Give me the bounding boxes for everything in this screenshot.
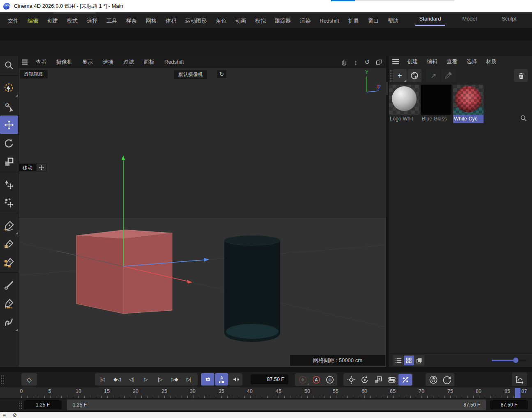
material-thumbnail[interactable] [453,85,484,115]
material-item[interactable]: Blue Glass [421,85,451,123]
transport-button[interactable]: ◆◁ [110,373,124,386]
delete-material-trash-icon[interactable] [514,69,528,82]
thumbnail-size-slider[interactable] [492,360,526,361]
menu-item[interactable]: 编辑 [23,14,43,28]
autokey-mode-icon[interactable]: A [215,373,228,386]
menu-item[interactable]: 模拟 [251,14,270,28]
brush-tool-icon[interactable] [0,276,18,294]
grid-view-icon[interactable] [404,356,414,365]
pan-hand-icon[interactable] [339,57,349,67]
assign-material-arrow-icon[interactable]: ↗ [426,69,440,82]
rotate-tool-icon[interactable] [0,134,18,152]
material-item[interactable]: White Cyc [453,85,484,123]
material-name[interactable]: Blue Glass [421,115,451,123]
maximize-view-icon[interactable] [374,57,384,67]
layout-tab[interactable]: Standard [410,12,450,26]
cursor-transform-icon[interactable] [0,175,18,194]
loop-playback-icon[interactable] [201,373,214,386]
move-tool-icon[interactable] [0,115,18,134]
orbit-icon[interactable]: ↺ [362,57,372,67]
transport-button[interactable]: ▷| [182,373,196,386]
multi-object-transform-icon[interactable] [0,194,18,212]
autokey-record-icon[interactable]: A [309,374,323,386]
search-commander-icon[interactable] [0,56,18,74]
sketch-freehand-icon[interactable] [0,313,18,331]
menu-item[interactable]: 体积 [161,14,181,28]
scale-tool-icon[interactable] [0,152,18,171]
range-start-field[interactable]: 1.25 F [24,400,62,409]
current-frame-field[interactable]: 87.50 F [251,374,288,384]
key-position-icon[interactable] [344,374,358,386]
range-slider[interactable]: 1.25 F 87.50 F [67,400,486,410]
key-rotation-icon[interactable] [358,374,371,386]
key-scale-icon[interactable] [371,374,385,386]
eyedropper-icon[interactable] [441,69,455,82]
rotation-sweep-icon[interactable] [440,374,454,386]
menu-item[interactable]: 帮助 [383,14,403,28]
viewport-menu-item[interactable]: 过滤 [118,56,139,68]
viewport-menu-item[interactable]: 摄像机 [51,56,77,68]
material-menu-item[interactable]: 查看 [442,56,462,67]
camera-label[interactable]: 默认摄像机 [174,70,207,79]
pen-line-tool-icon[interactable] [0,294,18,313]
viewport-menu-item[interactable]: 显示 [77,56,98,68]
material-thumbnail[interactable] [421,85,451,115]
viewport-hamburger-icon[interactable] [18,59,31,65]
timeline-ruler[interactable]: 0510152025303540455055606570758085 87 [0,387,532,399]
material-thumbnail[interactable] [389,85,419,115]
material-search-icon[interactable] [519,113,528,122]
viewport-menu-item[interactable]: 选项 [98,56,118,68]
viewport-menu-item[interactable]: 面板 [139,56,159,68]
mouse-input-icon[interactable] [426,374,440,386]
viewport-menu-item[interactable]: Redshift [159,56,189,68]
menu-item[interactable]: 样条 [122,14,141,28]
status-menu-icon[interactable]: ≡ [2,412,6,418]
layout-tab[interactable]: Model [450,12,489,26]
menu-item[interactable]: 模式 [62,14,82,28]
transport-button[interactable]: ◁| [124,373,138,386]
material-toolbar-drag-handle[interactable] [389,69,393,82]
record-keyframe-icon[interactable] [296,374,309,386]
view-type-label[interactable]: 透视视图 [20,70,48,79]
list-view-icon[interactable] [394,356,403,365]
material-menu-item[interactable]: 材质 [481,56,501,67]
menu-item[interactable]: 渲染 [295,14,315,28]
keyframe-diamond-button[interactable]: ◇ [21,373,37,386]
transport-button[interactable]: ▷◆ [167,373,182,386]
timeline-drag-handle[interactable] [1,374,4,385]
transport-button[interactable]: |▷ [153,373,167,386]
menu-item[interactable]: 角色 [211,14,231,28]
material-ball-icon[interactable] [408,69,421,82]
spline-pen-icon[interactable] [0,216,18,235]
slider-knob[interactable] [513,358,518,363]
menu-item[interactable]: 动画 [231,14,251,28]
camera-swap-icon[interactable]: ↻ [217,70,226,78]
layout-tab[interactable]: Sculpt [489,12,529,26]
live-selection-icon[interactable] [0,79,18,97]
viewport-menu-item[interactable]: 查看 [31,56,51,68]
material-item[interactable]: Logo Whit [389,85,419,123]
material-menu-item[interactable]: 创建 [403,56,422,67]
dolly-zoom-icon[interactable]: ↕ [351,57,361,67]
tweak-tool-icon[interactable]: ⚙ [0,97,18,115]
transport-button[interactable]: ▷ [138,373,153,386]
material-menu-item[interactable]: 选择 [462,56,481,67]
range-end-field[interactable]: 87.50 F [490,400,528,409]
spline-sketch-icon[interactable] [0,235,18,253]
add-material-button[interactable]: + [393,69,407,82]
menu-item[interactable]: 工具 [102,14,122,28]
menu-item[interactable]: Redshift [315,14,344,28]
material-menu-item[interactable]: 编辑 [422,56,442,67]
menu-item[interactable]: 跟踪器 [270,14,295,28]
material-name[interactable]: Logo Whit [389,115,419,123]
sound-speaker-icon[interactable] [229,373,242,386]
menu-item[interactable]: 网格 [141,14,161,28]
menu-item[interactable]: 选择 [82,14,102,28]
range-drag-handle[interactable] [19,401,22,409]
key-pla-off-icon[interactable] [398,374,412,386]
transport-button[interactable]: |◁ [95,373,110,386]
material-hamburger-icon[interactable] [389,59,403,65]
layer-view-icon[interactable] [414,356,424,365]
menu-item[interactable]: 创建 [43,14,62,28]
menu-item[interactable]: 文件 [3,14,23,28]
